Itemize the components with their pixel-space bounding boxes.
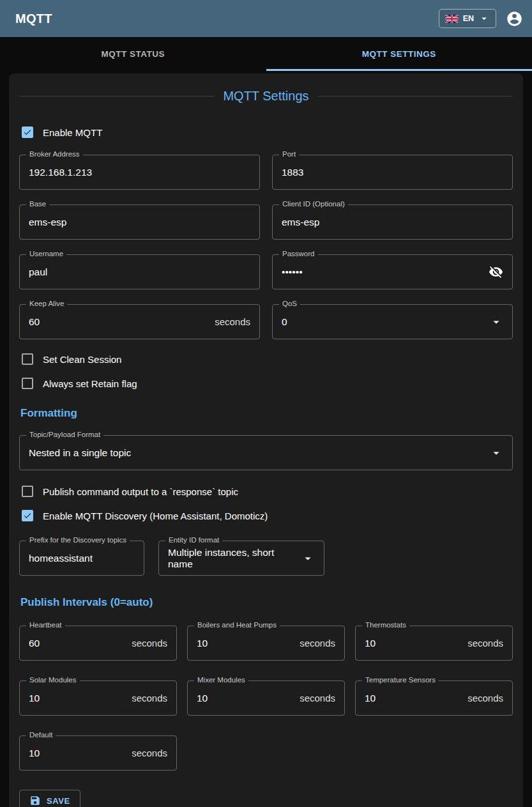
discovery-prefix-input[interactable] — [29, 553, 135, 564]
mqtt-discovery-checkbox-row[interactable]: Enable MQTT Discovery (Home Assistant, D… — [22, 510, 513, 521]
user-avatar-button[interactable] — [506, 10, 523, 27]
check-icon — [23, 127, 32, 137]
mixer-unit: seconds — [294, 693, 335, 703]
page-title: MQTT — [15, 12, 52, 26]
save-button[interactable]: SAVE — [19, 790, 80, 807]
language-selector[interactable]: EN — [439, 9, 496, 28]
qos-value: 0 — [282, 316, 287, 328]
topic-payload-format-select[interactable]: Topic/Payload Format Nested in a single … — [19, 435, 513, 470]
tab-mqtt-settings[interactable]: MQTT SETTINGS — [266, 37, 532, 71]
keep-alive-unit: seconds — [209, 316, 250, 327]
solar-unit: seconds — [126, 693, 167, 703]
thermostats-unit: seconds — [462, 638, 503, 649]
heartbeat-unit: seconds — [126, 638, 167, 649]
chevron-down-icon — [478, 13, 490, 24]
temperature-sensors-label: Temperature Sensors — [362, 676, 439, 684]
topic-payload-format-value: Nested in a single topic — [29, 447, 131, 459]
toggle-password-visibility-button[interactable] — [489, 265, 503, 279]
divider — [19, 96, 214, 96]
topic-payload-format-label: Topic/Payload Format — [26, 431, 103, 438]
enable-mqtt-label: Enable MQTT — [43, 127, 102, 138]
temperature-sensors-input[interactable] — [365, 693, 462, 704]
retain-flag-checkbox[interactable] — [22, 378, 33, 389]
boilers-unit: seconds — [294, 638, 335, 649]
panel-heading: MQTT Settings — [19, 89, 513, 104]
publish-intervals-section-heading: Publish Intervals (0=auto) — [20, 596, 513, 609]
client-id-field: Client ID (Optional) — [272, 204, 513, 240]
tab-bar: MQTT STATUS MQTT SETTINGS — [0, 37, 532, 71]
heartbeat-input[interactable] — [29, 638, 126, 649]
password-input[interactable] — [282, 266, 489, 278]
mixer-input[interactable] — [197, 693, 294, 704]
base-label: Base — [26, 200, 49, 208]
qos-select[interactable]: QoS 0 — [272, 304, 513, 339]
clean-session-checkbox-row[interactable]: Set Clean Session — [22, 353, 513, 365]
boilers-label: Boilers and Heat Pumps — [194, 621, 280, 629]
base-field: Base — [19, 204, 260, 240]
dropdown-arrow-icon — [301, 551, 315, 565]
publish-intervals-grid: Heartbeat seconds Boilers and Heat Pumps… — [19, 626, 513, 771]
password-field: Password — [272, 254, 513, 289]
port-field: Port — [272, 155, 513, 190]
password-label: Password — [279, 250, 318, 257]
mqtt-discovery-label: Enable MQTT Discovery (Home Assistant, D… — [43, 511, 268, 521]
dropdown-arrow-icon — [489, 315, 503, 329]
settings-panel: MQTT Settings Enable MQTT Broker Address… — [9, 73, 523, 807]
save-icon — [29, 795, 41, 806]
default-unit: seconds — [126, 748, 167, 758]
heartbeat-label: Heartbeat — [26, 621, 65, 629]
response-topic-label: Publish command output to a `response` t… — [43, 486, 238, 497]
solar-interval-field: Solar Modules seconds — [19, 680, 177, 716]
boilers-input[interactable] — [197, 638, 294, 649]
retain-flag-label: Always set Retain flag — [43, 378, 137, 389]
tab-mqtt-status[interactable]: MQTT STATUS — [0, 37, 266, 71]
clean-session-checkbox[interactable] — [22, 353, 33, 365]
broker-address-input[interactable] — [29, 167, 250, 178]
client-id-label: Client ID (Optional) — [279, 200, 348, 208]
mixer-label: Mixer Modules — [194, 676, 248, 684]
keep-alive-input[interactable] — [29, 316, 209, 328]
dropdown-arrow-icon — [489, 446, 503, 460]
enable-mqtt-checkbox-row[interactable]: Enable MQTT — [22, 127, 513, 138]
retain-flag-checkbox-row[interactable]: Always set Retain flag — [22, 378, 513, 389]
username-input[interactable] — [29, 266, 250, 278]
temperature-sensors-unit: seconds — [462, 693, 503, 703]
response-topic-checkbox[interactable] — [22, 486, 33, 497]
temperature-sensors-interval-field: Temperature Sensors seconds — [355, 680, 513, 716]
client-id-input[interactable] — [282, 217, 503, 228]
port-input[interactable] — [282, 167, 503, 178]
solar-input[interactable] — [29, 693, 126, 704]
response-topic-checkbox-row[interactable]: Publish command output to a `response` t… — [22, 486, 513, 497]
discovery-fields-row: Prefix for the Discovery topics Entity I… — [19, 541, 513, 576]
username-field: Username — [19, 254, 260, 289]
solar-label: Solar Modules — [26, 676, 80, 684]
save-button-label: SAVE — [47, 796, 70, 806]
enable-mqtt-checkbox[interactable] — [22, 127, 33, 138]
entity-id-format-select[interactable]: Entity ID format Multiple instances, sho… — [158, 541, 324, 576]
panel-title: MQTT Settings — [223, 89, 308, 104]
uk-flag-icon — [445, 15, 459, 23]
boilers-interval-field: Boilers and Heat Pumps seconds — [187, 626, 345, 661]
default-interval-field: Default seconds — [19, 735, 177, 771]
app-bar: MQTT EN — [0, 0, 532, 37]
keep-alive-field: Keep Alive seconds — [19, 304, 260, 339]
visibility-off-icon — [489, 265, 503, 279]
default-label: Default — [26, 731, 56, 739]
thermostats-input[interactable] — [365, 638, 462, 649]
check-icon — [23, 511, 32, 521]
qos-label: QoS — [279, 300, 300, 307]
language-label: EN — [463, 14, 474, 23]
broker-address-label: Broker Address — [26, 150, 83, 158]
entity-id-format-label: Entity ID format — [165, 536, 222, 544]
discovery-prefix-field: Prefix for the Discovery topics — [19, 541, 144, 576]
entity-id-format-value: Multiple instances, short name — [168, 547, 293, 570]
heartbeat-interval-field: Heartbeat seconds — [19, 626, 177, 661]
port-label: Port — [279, 150, 299, 158]
username-label: Username — [26, 250, 66, 257]
thermostats-label: Thermostats — [362, 621, 409, 629]
connection-fields-grid: Broker Address Port Base Client ID (Opti… — [19, 155, 513, 339]
mqtt-discovery-checkbox[interactable] — [22, 510, 33, 521]
default-input[interactable] — [29, 748, 126, 759]
clean-session-label: Set Clean Session — [43, 354, 121, 365]
base-input[interactable] — [29, 217, 250, 228]
